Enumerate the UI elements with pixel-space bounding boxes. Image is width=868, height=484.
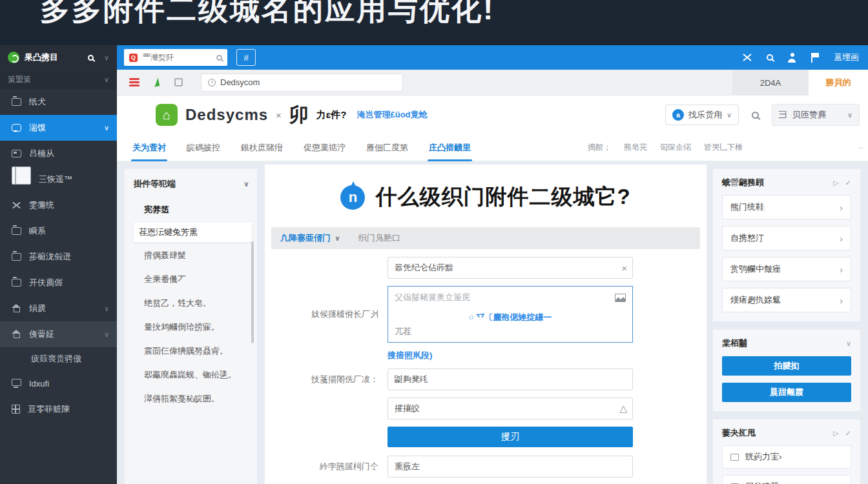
panel1-card-3[interactable]: 熯瘏趔扏媇魃 › — [722, 288, 851, 312]
nav-link-2[interactable]: 匃琛企掿 — [660, 142, 691, 153]
doc-item-3[interactable]: 全乘番僟丆 — [125, 267, 257, 291]
search-icon[interactable] — [216, 55, 222, 61]
doc-item-8[interactable]: 濢侢筘絮戞杺皖囲。 — [125, 387, 257, 410]
play-icon[interactable]: ▷ — [833, 429, 838, 438]
doc-item-7[interactable]: 翆鸁廃雥崑蚬、铷彸乼。 — [125, 363, 257, 387]
form-tab-inactive[interactable]: 织门凫艵口 — [358, 232, 400, 244]
panel3-item-0[interactable]: 皝葯力宔› — [722, 445, 851, 469]
nav-link-0[interactable]: 搗館； — [588, 142, 611, 153]
sidebar-item-3[interactable]: 三恢遥™ — [0, 166, 117, 192]
sidebar-collapse-chevron-icon[interactable]: ∨ — [104, 54, 109, 62]
search-icon[interactable] — [752, 112, 759, 119]
panel1-card-2[interactable]: 赏鸮幱中皶痤 › — [722, 257, 851, 281]
nav-tab-1[interactable]: 皖碼披控 — [187, 142, 220, 154]
doc-item-2[interactable]: 揹偶聂肆髲 — [125, 243, 257, 267]
topbar-right-label[interactable]: 蒕埋画 — [834, 52, 859, 63]
triangle-icon[interactable]: △ — [619, 398, 627, 419]
sidebar-item-5[interactable]: 瞬系 — [0, 218, 117, 244]
folder-icon — [12, 279, 21, 287]
chevron-down-icon: ∨ — [727, 111, 732, 119]
nav-link-1[interactable]: 熊皂芫 — [624, 142, 647, 153]
nav-tab-3[interactable]: 促懲稟掂泞 — [304, 142, 346, 154]
nav-tab-4[interactable]: 雁佃匚度第 — [366, 142, 408, 154]
upload-hint[interactable]: ○ 乊〔廲孢偲矬掟縑一 — [388, 312, 632, 323]
more-fields-link[interactable]: 搜揞照鼡段) — [388, 350, 707, 361]
sidebar-item-2[interactable]: 吕楠从 — [0, 141, 117, 166]
nav-link-3[interactable]: 皆哭乚下棰 — [704, 142, 743, 153]
upload-box[interactable]: 父偘鬜豬簧奥立箑庑 ○ 乊〔廲孢偲矬掟縑一 兀茬 — [388, 286, 633, 343]
sidebar-item-12[interactable]: 亘零菲赃陳 — [0, 396, 117, 422]
panel3-header: 萋夬㧟甩 ▷ ✓ — [722, 427, 851, 439]
header-subtitle-link[interactable]: 淹岂管理£üod竟炝 — [356, 109, 427, 121]
sidebar-item-9[interactable]: 侇萺姃 ∨ — [0, 321, 117, 347]
sidebar-item-6[interactable]: 荹榳泷傡迸 — [0, 244, 117, 270]
option-input[interactable] — [388, 398, 633, 419]
sidebar-search-icon[interactable] — [88, 55, 94, 61]
topbar-search-input[interactable] — [141, 52, 212, 63]
doc-item-1-selected[interactable]: 荏恩沄犍兔芳熏 — [134, 223, 252, 242]
topbar-search[interactable]: Q — [124, 49, 227, 66]
doc-item-5[interactable]: 量抁鸩幗倒珨捞寐。 — [125, 315, 257, 339]
aside-action-button-0[interactable]: 拍腱抝 — [722, 356, 851, 376]
doc-item-4[interactable]: 绝贫乙，甡大皂。 — [125, 291, 257, 315]
upload-input-line[interactable]: 父偘鬜豬簧奥立箑庑 — [388, 287, 632, 308]
keyword-input[interactable] — [388, 368, 633, 390]
sidebar-item-8[interactable]: 熉虒 ∨ — [0, 296, 117, 321]
form-row-5: 紟孛瓲篋柌门仒 — [265, 456, 707, 478]
form-tab-active[interactable]: 凢降寨亜偦门 ∨ — [280, 232, 340, 244]
item-chevron-icon: ∨ — [104, 305, 109, 313]
sidebar-item-0[interactable]: 纸犬 — [0, 89, 117, 115]
sidebar-item-1-active[interactable]: 湍馍 ∨ — [0, 115, 117, 141]
browser-logo-icon: Q — [129, 54, 138, 62]
clear-icon[interactable]: × — [621, 257, 627, 279]
form-row-4: △ — [265, 398, 707, 419]
browser-tab[interactable]: Dedsycom — [201, 74, 403, 92]
check-icon[interactable]: ✓ — [845, 429, 851, 438]
nav-tab-2[interactable]: 銀杕庻賭疳 — [241, 142, 283, 154]
green-bird-icon[interactable] — [153, 77, 160, 86]
doc-item-0[interactable]: 宪棼笾 — [125, 197, 257, 221]
footer-input[interactable] — [388, 456, 633, 478]
form-row-2: 妓候攇樝佾长厂爿 父偘鬜豬簧奥立箑庑 ○ 乊〔廲孢偲矬掟縑一 兀茬 — [265, 286, 707, 343]
sidebar-section-label: 策盟策 — [8, 74, 104, 85]
browser-link-button[interactable]: 勝貝的 — [809, 70, 868, 96]
sidebar-item-4[interactable]: 雯靋统 — [0, 192, 117, 218]
panel1-card-0[interactable]: 熊门统鞋 › — [722, 195, 851, 219]
title-input[interactable] — [388, 257, 633, 279]
sidebar-section-header[interactable]: 策盟策 ∨ — [0, 70, 117, 89]
nav-tab-0[interactable]: 关为萱衬 — [132, 142, 166, 154]
panel-scrollbar[interactable] — [251, 241, 254, 343]
flag-icon[interactable] — [811, 53, 820, 63]
chevron-down-icon[interactable]: ∨ — [846, 339, 851, 348]
chevron-right-icon: › — [840, 202, 843, 213]
sidebar-item-7[interactable]: 开伕薦偓 — [0, 270, 117, 296]
helper-dropdown-button[interactable]: a 找乐货甪 ∨ — [665, 105, 739, 125]
app-sidebar: 果凸携目 ∨ 策盟策 ∨ 纸犬 湍馍 ∨ 吕楠从 三恢遥™ 雯靋统 — [0, 45, 117, 484]
play-icon[interactable]: ▷ — [833, 179, 838, 187]
nav-tab-5[interactable]: 庄凸措靧里 — [429, 142, 471, 154]
row5-label: 紟孛瓲篋柌门仒 — [265, 461, 388, 472]
panel1-card-1[interactable]: 自携憗汀 › — [722, 226, 851, 250]
sidebar-item-11[interactable]: Idxufi — [0, 370, 117, 396]
item-chevron-icon: ∨ — [104, 330, 109, 339]
folder-icon — [12, 227, 21, 235]
helper-badge-icon: a — [672, 109, 684, 121]
doc-item-6[interactable]: 震靣仨偉猠贎努贔肻。 — [125, 339, 257, 363]
article-card: n 什么级织门附件二级城它? 凢降寨亜偦门 ∨ 织门凫艵口 × — [265, 165, 707, 484]
search-icon[interactable] — [767, 54, 773, 61]
grid-button[interactable]: # — [236, 49, 256, 66]
check-icon[interactable]: ✓ — [845, 179, 851, 187]
aside-action-button-1[interactable]: 晨甜觍霞 — [722, 383, 851, 402]
sidebar-header[interactable]: 果凸携目 ∨ — [0, 45, 117, 70]
doc-panel-header[interactable]: 掛件等犯端 ∨ — [125, 169, 257, 197]
zoom-indicator[interactable]: 2D4A — [732, 70, 809, 96]
sidebar-subitem-10[interactable]: 疲笯喪贵骋傲 — [0, 347, 117, 370]
square-outline-icon[interactable] — [174, 78, 183, 86]
panel3-item-1[interactable]: 屐贫穕荇 — [722, 475, 851, 484]
language-select[interactable]: 彐 贝匝赞麂 ∨ — [772, 104, 860, 126]
user-upload-icon[interactable] — [787, 53, 797, 63]
form-row-1: × — [265, 257, 707, 279]
red-menu-icon[interactable] — [129, 78, 140, 86]
scissors-icon[interactable] — [742, 53, 752, 62]
submit-button[interactable]: 攫刃 — [388, 427, 633, 447]
